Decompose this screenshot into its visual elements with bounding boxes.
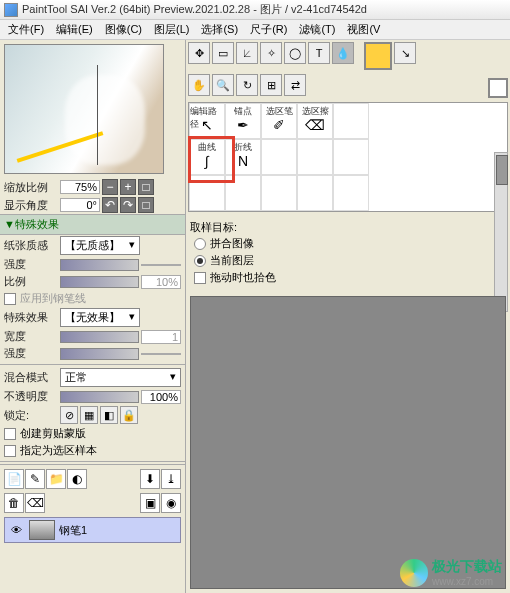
menu-ruler[interactable]: 尺子(R) [244,20,293,39]
new-folder-button[interactable]: 📁 [46,469,66,489]
angle-reset-button[interactable]: □ [138,197,154,213]
drag-pick-checkbox[interactable] [194,272,206,284]
curve-tool[interactable]: 曲线∫ [189,139,225,175]
foreground-color[interactable] [364,42,392,70]
merge-down-button[interactable]: ⬇ [140,469,160,489]
chevron-down-icon: ▾ [129,310,135,323]
app-icon [4,3,18,17]
flip-tool-icon[interactable]: ⇄ [284,74,306,96]
empty-cell[interactable] [225,175,261,211]
hand-tool-icon[interactable]: ✋ [188,74,210,96]
zoom-reset-button[interactable]: □ [138,179,154,195]
width-label: 宽度 [4,329,58,344]
new-pen-layer-button[interactable]: ✎ [25,469,45,489]
shape-tool-icon[interactable]: ◯ [284,42,306,64]
lasso-tool-icon[interactable]: ⟀ [236,42,258,64]
clip-checkbox[interactable] [4,428,16,440]
clip-label: 创建剪贴蒙版 [20,426,86,441]
paper-dropdown[interactable]: 【无质感】▾ [60,236,140,255]
menu-image[interactable]: 图像(C) [99,20,148,39]
select-tool-icon[interactable]: ▭ [212,42,234,64]
zoom-minus-button[interactable]: − [102,179,118,195]
empty-cell[interactable] [333,175,369,211]
tool-grid-scrollbar[interactable] [494,152,508,312]
lock-alpha-button[interactable]: ◧ [100,406,118,424]
sel-eraser-tool[interactable]: 选区擦⌫ [297,103,333,139]
empty-cell[interactable] [333,139,369,175]
empty-cell[interactable] [297,139,333,175]
menu-select[interactable]: 选择(S) [195,20,244,39]
angle-value[interactable]: 0° [60,198,100,212]
merge-visible-button[interactable]: ◉ [161,493,181,513]
polyline-tool[interactable]: 折线N [225,139,261,175]
watermark-title: 极光下载站 [432,558,502,576]
zoom-tool-icon[interactable]: 🔍 [212,74,234,96]
opacity-slider[interactable] [60,391,139,403]
sel-pen-tool[interactable]: 选区笔✐ [261,103,297,139]
empty-cell[interactable] [333,103,369,139]
wand-tool-icon[interactable]: ✧ [260,42,282,64]
edit-path-tool[interactable]: 编辑路径↖ [189,103,225,139]
background-color[interactable] [488,78,508,98]
lock-all-button[interactable]: 🔒 [120,406,138,424]
anchor-tool[interactable]: 锚点✒ [225,103,261,139]
empty-cell[interactable] [189,175,225,211]
opacity-label: 不透明度 [4,389,58,404]
radio-current[interactable] [194,255,206,267]
intensity2-slider [60,348,139,360]
angle-label: 显示角度 [4,198,58,213]
zoom-plus-button[interactable]: + [120,179,136,195]
layer-panel: 📄 ✎ 📁 ◐ ⬇ ⤓ 🗑 ⌫ ▣ ◉ 👁 钢笔1 [0,464,185,547]
menu-filter[interactable]: 滤镜(T) [293,20,341,39]
new-layer-button[interactable]: 📄 [4,469,24,489]
chevron-down-icon: ▾ [129,238,135,251]
navigator-preview[interactable] [4,44,164,174]
canvas-area[interactable] [190,296,506,589]
opacity-value[interactable]: 100% [141,390,181,404]
zoom-label: 缩放比例 [4,180,58,195]
sel-sample-checkbox[interactable] [4,445,16,457]
radio-merged[interactable] [194,238,206,250]
lock-none-button[interactable]: ⊘ [60,406,78,424]
transfer-down-button[interactable]: ⤓ [161,469,181,489]
fx-section-header[interactable]: ▼特殊效果 [0,214,185,235]
swap-colors-icon[interactable]: ↘ [394,42,416,64]
sel-sample-label: 指定为选区样本 [20,443,97,458]
text-tool-icon[interactable]: T [308,42,330,64]
zoom-value[interactable]: 75% [60,180,100,194]
rotate-tool-icon[interactable]: ↻ [236,74,258,96]
special-dropdown[interactable]: 【无效果】▾ [60,308,140,327]
flatten-button[interactable]: ▣ [140,493,160,513]
intensity-label: 强度 [4,257,58,272]
empty-cell[interactable] [297,175,333,211]
delete-layer-button[interactable]: 🗑 [4,493,24,513]
menu-file[interactable]: 文件(F) [2,20,50,39]
curve-icon: ∫ [205,153,209,169]
blend-dropdown[interactable]: 正常▾ [60,368,181,387]
empty-cell[interactable] [261,175,297,211]
sample-target-label: 取样目标: [190,220,506,235]
visibility-icon[interactable]: 👁 [7,524,25,536]
apply-pen-label: 应用到钢笔线 [20,291,86,306]
angle-ccw-button[interactable]: ↶ [102,197,118,213]
menu-layer[interactable]: 图层(L) [148,20,195,39]
radio-merged-label: 拼合图像 [210,236,254,251]
empty-cell[interactable] [261,139,297,175]
menu-edit[interactable]: 编辑(E) [50,20,99,39]
clear-layer-button[interactable]: ⌫ [25,493,45,513]
ratio-slider [60,276,139,288]
layer-mask-button[interactable]: ◐ [67,469,87,489]
menu-view[interactable]: 视图(V [341,20,386,39]
left-panel: 缩放比例 75% − + □ 显示角度 0° ↶ ↷ □ ▼特殊效果 纸张质感 … [0,40,186,593]
move-tool-icon[interactable]: ✥ [188,42,210,64]
right-panel: ✥ ▭ ⟀ ✧ ◯ T 💧 ↘ ✋ 🔍 ↻ ⊞ ⇄ 编辑路径↖ 锚点✒ 选区笔✐ [186,40,510,593]
eyedropper-tool-icon[interactable]: 💧 [332,42,354,64]
layer-name[interactable]: 钢笔1 [59,523,87,538]
menu-bar: 文件(F) 编辑(E) 图像(C) 图层(L) 选择(S) 尺子(R) 滤镜(T… [0,20,510,40]
angle-cw-button[interactable]: ↷ [120,197,136,213]
lock-pixel-button[interactable]: ▦ [80,406,98,424]
reset-view-icon[interactable]: ⊞ [260,74,282,96]
width-slider [60,331,139,343]
layer-row[interactable]: 👁 钢笔1 [4,517,181,543]
layer-thumbnail [29,520,55,540]
